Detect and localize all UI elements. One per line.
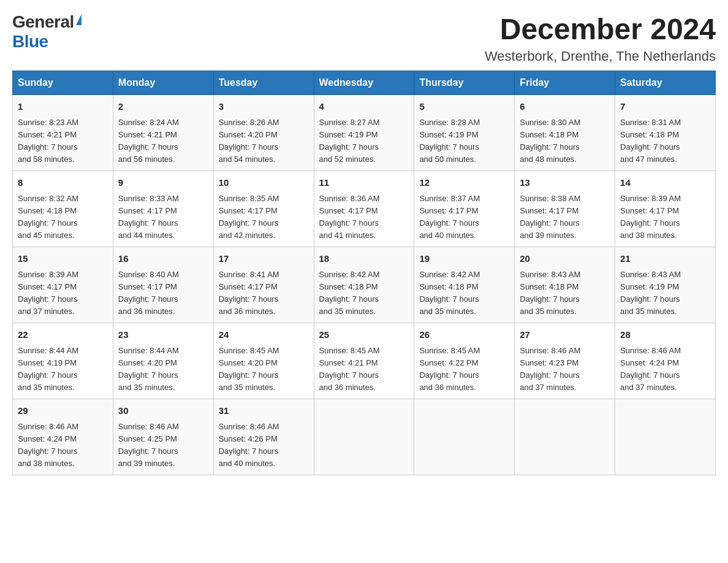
day-number: 2: [118, 100, 208, 114]
day-number: 23: [118, 328, 208, 342]
day-cell: [515, 399, 615, 475]
title-area: December 2024 Westerbork, Drenthe, The N…: [485, 12, 716, 64]
day-number: 1: [18, 100, 108, 114]
day-info: Sunrise: 8:32 AMSunset: 4:18 PMDaylight:…: [18, 194, 78, 240]
day-number: 11: [319, 176, 409, 190]
calendar-table: SundayMondayTuesdayWednesdayThursdayFrid…: [12, 71, 716, 475]
day-cell: 7 Sunrise: 8:31 AMSunset: 4:18 PMDayligh…: [615, 95, 716, 171]
day-number: 15: [18, 252, 108, 266]
day-cell: 4 Sunrise: 8:27 AMSunset: 4:19 PMDayligh…: [314, 95, 414, 171]
logo: General Blue: [12, 12, 82, 52]
header-wednesday: Wednesday: [314, 71, 414, 95]
day-info: Sunrise: 8:38 AMSunset: 4:17 PMDaylight:…: [520, 194, 580, 240]
day-number: 14: [620, 176, 710, 190]
day-number: 21: [620, 252, 710, 266]
day-number: 30: [118, 404, 208, 418]
header-tuesday: Tuesday: [213, 71, 314, 95]
day-number: 6: [520, 100, 610, 114]
day-cell: 22 Sunrise: 8:44 AMSunset: 4:19 PMDaylig…: [13, 323, 113, 399]
logo-blue-text: Blue: [12, 32, 48, 52]
day-number: 26: [419, 328, 509, 342]
day-cell: 8 Sunrise: 8:32 AMSunset: 4:18 PMDayligh…: [13, 171, 113, 247]
day-info: Sunrise: 8:44 AMSunset: 4:19 PMDaylight:…: [18, 346, 78, 392]
day-number: 31: [219, 404, 309, 418]
day-number: 29: [18, 404, 108, 418]
day-number: 22: [18, 328, 108, 342]
day-cell: 21 Sunrise: 8:43 AMSunset: 4:19 PMDaylig…: [615, 247, 716, 323]
day-info: Sunrise: 8:24 AMSunset: 4:21 PMDaylight:…: [118, 118, 179, 164]
day-info: Sunrise: 8:27 AMSunset: 4:19 PMDaylight:…: [319, 118, 380, 164]
logo-general-text: General: [12, 12, 74, 32]
day-cell: 29 Sunrise: 8:46 AMSunset: 4:24 PMDaylig…: [13, 399, 113, 475]
day-number: 28: [620, 328, 710, 342]
day-info: Sunrise: 8:45 AMSunset: 4:21 PMDaylight:…: [319, 346, 380, 392]
day-info: Sunrise: 8:46 AMSunset: 4:23 PMDaylight:…: [520, 346, 580, 392]
day-number: 8: [18, 176, 108, 190]
day-cell: 5 Sunrise: 8:28 AMSunset: 4:19 PMDayligh…: [414, 95, 515, 171]
day-cell: 25 Sunrise: 8:45 AMSunset: 4:21 PMDaylig…: [314, 323, 414, 399]
day-cell: 1 Sunrise: 8:23 AMSunset: 4:21 PMDayligh…: [13, 95, 113, 171]
header-friday: Friday: [515, 71, 615, 95]
month-title: December 2024: [485, 12, 716, 46]
day-cell: [615, 399, 716, 475]
day-cell: 24 Sunrise: 8:45 AMSunset: 4:20 PMDaylig…: [213, 323, 314, 399]
header-monday: Monday: [113, 71, 213, 95]
day-number: 3: [219, 100, 309, 114]
day-info: Sunrise: 8:28 AMSunset: 4:19 PMDaylight:…: [419, 118, 480, 164]
day-info: Sunrise: 8:35 AMSunset: 4:17 PMDaylight:…: [219, 194, 279, 240]
day-cell: 26 Sunrise: 8:45 AMSunset: 4:22 PMDaylig…: [414, 323, 515, 399]
day-cell: 15 Sunrise: 8:39 AMSunset: 4:17 PMDaylig…: [13, 247, 113, 323]
week-row-1: 1 Sunrise: 8:23 AMSunset: 4:21 PMDayligh…: [13, 95, 716, 171]
day-info: Sunrise: 8:36 AMSunset: 4:17 PMDaylight:…: [319, 194, 380, 240]
day-info: Sunrise: 8:39 AMSunset: 4:17 PMDaylight:…: [620, 194, 681, 240]
day-number: 16: [118, 252, 208, 266]
week-row-3: 15 Sunrise: 8:39 AMSunset: 4:17 PMDaylig…: [13, 247, 716, 323]
day-info: Sunrise: 8:45 AMSunset: 4:20 PMDaylight:…: [219, 346, 279, 392]
day-info: Sunrise: 8:46 AMSunset: 4:25 PMDaylight:…: [118, 422, 179, 468]
day-cell: 9 Sunrise: 8:33 AMSunset: 4:17 PMDayligh…: [113, 171, 213, 247]
week-row-4: 22 Sunrise: 8:44 AMSunset: 4:19 PMDaylig…: [13, 323, 716, 399]
day-cell: [314, 399, 414, 475]
day-cell: 28 Sunrise: 8:46 AMSunset: 4:24 PMDaylig…: [615, 323, 716, 399]
day-cell: 3 Sunrise: 8:26 AMSunset: 4:20 PMDayligh…: [213, 95, 314, 171]
header-saturday: Saturday: [615, 71, 716, 95]
day-cell: 12 Sunrise: 8:37 AMSunset: 4:17 PMDaylig…: [414, 171, 515, 247]
day-info: Sunrise: 8:46 AMSunset: 4:26 PMDaylight:…: [219, 422, 279, 468]
day-info: Sunrise: 8:33 AMSunset: 4:17 PMDaylight:…: [118, 194, 179, 240]
day-number: 4: [319, 100, 409, 114]
day-cell: 10 Sunrise: 8:35 AMSunset: 4:17 PMDaylig…: [213, 171, 314, 247]
day-info: Sunrise: 8:37 AMSunset: 4:17 PMDaylight:…: [419, 194, 480, 240]
day-number: 5: [419, 100, 509, 114]
day-cell: 19 Sunrise: 8:42 AMSunset: 4:18 PMDaylig…: [414, 247, 515, 323]
week-row-2: 8 Sunrise: 8:32 AMSunset: 4:18 PMDayligh…: [13, 171, 716, 247]
day-cell: 6 Sunrise: 8:30 AMSunset: 4:18 PMDayligh…: [515, 95, 615, 171]
day-cell: 11 Sunrise: 8:36 AMSunset: 4:17 PMDaylig…: [314, 171, 414, 247]
day-info: Sunrise: 8:23 AMSunset: 4:21 PMDaylight:…: [18, 118, 78, 164]
day-number: 13: [520, 176, 610, 190]
day-number: 7: [620, 100, 710, 114]
day-number: 17: [219, 252, 309, 266]
day-info: Sunrise: 8:42 AMSunset: 4:18 PMDaylight:…: [319, 270, 380, 316]
day-number: 10: [219, 176, 309, 190]
day-info: Sunrise: 8:42 AMSunset: 4:18 PMDaylight:…: [419, 270, 480, 316]
day-number: 9: [118, 176, 208, 190]
day-info: Sunrise: 8:46 AMSunset: 4:24 PMDaylight:…: [18, 422, 78, 468]
day-info: Sunrise: 8:41 AMSunset: 4:17 PMDaylight:…: [219, 270, 279, 316]
day-cell: 17 Sunrise: 8:41 AMSunset: 4:17 PMDaylig…: [213, 247, 314, 323]
day-cell: 18 Sunrise: 8:42 AMSunset: 4:18 PMDaylig…: [314, 247, 414, 323]
day-number: 19: [419, 252, 509, 266]
day-cell: 20 Sunrise: 8:43 AMSunset: 4:18 PMDaylig…: [515, 247, 615, 323]
location-title: Westerbork, Drenthe, The Netherlands: [485, 48, 716, 64]
calendar-header: SundayMondayTuesdayWednesdayThursdayFrid…: [13, 71, 716, 95]
day-cell: 23 Sunrise: 8:44 AMSunset: 4:20 PMDaylig…: [113, 323, 213, 399]
day-number: 12: [419, 176, 509, 190]
day-info: Sunrise: 8:30 AMSunset: 4:18 PMDaylight:…: [520, 118, 580, 164]
day-info: Sunrise: 8:45 AMSunset: 4:22 PMDaylight:…: [419, 346, 480, 392]
day-number: 25: [319, 328, 409, 342]
day-info: Sunrise: 8:44 AMSunset: 4:20 PMDaylight:…: [118, 346, 179, 392]
week-row-5: 29 Sunrise: 8:46 AMSunset: 4:24 PMDaylig…: [13, 399, 716, 475]
day-number: 24: [219, 328, 309, 342]
header-thursday: Thursday: [414, 71, 515, 95]
day-number: 27: [520, 328, 610, 342]
day-cell: 27 Sunrise: 8:46 AMSunset: 4:23 PMDaylig…: [515, 323, 615, 399]
